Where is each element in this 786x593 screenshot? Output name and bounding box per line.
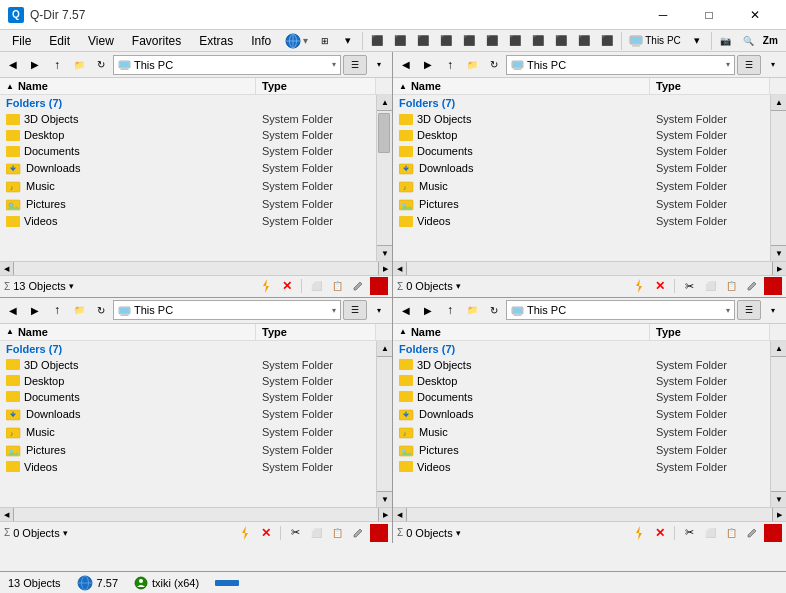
pane2-row-downloads[interactable]: Downloads System Folder xyxy=(393,159,770,177)
pane2-red-btn[interactable] xyxy=(764,277,782,295)
pane2-address-bar[interactable]: This PC ▾ xyxy=(506,55,735,75)
pane4-close-btn[interactable]: ✕ xyxy=(651,524,669,542)
pane4-cut-btn[interactable]: ✂ xyxy=(680,524,698,542)
pane2-scrollbar[interactable]: ▲ ▼ xyxy=(770,95,786,261)
pane3-refresh-button[interactable]: ↻ xyxy=(91,300,111,320)
pane2-col-name-header[interactable]: ▲ Name xyxy=(393,78,650,94)
pane4-hscroll-right[interactable]: ▶ xyxy=(772,508,786,522)
pane1-row-desktop[interactable]: Desktop System Folder xyxy=(0,127,376,143)
pane3-hscroll-left[interactable]: ◀ xyxy=(0,508,14,522)
pane4-row-downloads[interactable]: Downloads System Folder xyxy=(393,405,770,423)
pane4-dropdown-btn[interactable]: ▾ xyxy=(456,528,461,538)
tb-icon7[interactable]: ⬛ xyxy=(504,30,526,52)
pane1-edit-btn[interactable] xyxy=(349,277,367,295)
menu-file[interactable]: File xyxy=(4,32,39,50)
menu-favorites[interactable]: Favorites xyxy=(124,32,189,50)
maximize-button[interactable]: □ xyxy=(686,0,732,30)
pane1-scrollbar[interactable]: ▲ ▼ xyxy=(376,95,392,261)
pane3-copy-btn[interactable]: ⬜ xyxy=(307,524,325,542)
pane2-refresh-button[interactable]: ↻ xyxy=(484,55,504,75)
pane3-col-type-header[interactable]: Type xyxy=(256,324,376,340)
pane1-row-downloads[interactable]: Downloads System Folder xyxy=(0,159,376,177)
pane3-view-btn1[interactable]: ☰ xyxy=(343,300,367,320)
pane2-row-pictures[interactable]: Pictures System Folder xyxy=(393,195,770,213)
pane1-row-documents[interactable]: Documents System Folder xyxy=(0,143,376,159)
pane3-dropdown-btn[interactable]: ▾ xyxy=(63,528,68,538)
pane1-paste-btn[interactable]: 📋 xyxy=(328,277,346,295)
pane4-row-music[interactable]: ♪ Music System Folder xyxy=(393,423,770,441)
pane4-row-desktop[interactable]: Desktop System Folder xyxy=(393,373,770,389)
pane3-row-music[interactable]: ♪ Music System Folder xyxy=(0,423,376,441)
pane3-scroll-up[interactable]: ▲ xyxy=(377,341,392,357)
pane2-copy-btn[interactable]: ⬜ xyxy=(701,277,719,295)
pane3-red-btn[interactable] xyxy=(370,524,388,542)
pane2-row-music[interactable]: ♪ Music System Folder xyxy=(393,177,770,195)
tb-icon9[interactable]: ⬛ xyxy=(550,30,572,52)
pane2-folder-button[interactable]: 📁 xyxy=(462,55,482,75)
tb-cam-icon[interactable]: 📷 xyxy=(715,30,737,52)
pane1-col-name-header[interactable]: ▲ Name xyxy=(0,78,256,94)
pane1-row-pictures[interactable]: Pictures System Folder xyxy=(0,195,376,213)
pane4-folder-button[interactable]: 📁 xyxy=(462,300,482,320)
tb-icon8[interactable]: ⬛ xyxy=(527,30,549,52)
pane4-col-name-header[interactable]: ▲ Name xyxy=(393,324,650,340)
pane3-back-button[interactable]: ◀ xyxy=(3,300,23,320)
menu-extras[interactable]: Extras xyxy=(191,32,241,50)
tb-icon3[interactable]: ⬛ xyxy=(412,30,434,52)
pane3-paste-btn[interactable]: 📋 xyxy=(328,524,346,542)
minimize-button[interactable]: ─ xyxy=(640,0,686,30)
pane4-copy-btn[interactable]: ⬜ xyxy=(701,524,719,542)
tb-icon10[interactable]: ⬛ xyxy=(573,30,595,52)
pane2-lightning-btn[interactable] xyxy=(630,277,648,295)
pane3-edit-btn[interactable] xyxy=(349,524,367,542)
pane4-scrollbar[interactable]: ▲ ▼ xyxy=(770,341,786,508)
pane2-hscroll-right[interactable]: ▶ xyxy=(772,262,786,276)
pane1-row-music[interactable]: ♪ Music System Folder xyxy=(0,177,376,195)
pane4-scroll-down[interactable]: ▼ xyxy=(771,491,786,507)
pane1-hscroll-right[interactable]: ▶ xyxy=(378,262,392,276)
menu-dropdown-arrow[interactable]: ▾ xyxy=(303,35,308,46)
pane4-edit-btn[interactable] xyxy=(743,524,761,542)
pane4-row-documents[interactable]: Documents System Folder xyxy=(393,389,770,405)
close-button[interactable]: ✕ xyxy=(732,0,778,30)
tb-zoom-icon[interactable]: 🔍 xyxy=(738,30,760,52)
pane3-hscroll-right[interactable]: ▶ xyxy=(378,508,392,522)
pane4-address-bar[interactable]: This PC ▾ xyxy=(506,300,735,320)
pane2-cut-btn[interactable]: ✂ xyxy=(680,277,698,295)
pane2-scroll-down[interactable]: ▼ xyxy=(771,245,786,261)
this-pc-dropdown[interactable]: ▾ xyxy=(686,30,708,52)
pane3-lightning-btn[interactable] xyxy=(236,524,254,542)
tb-icon11[interactable]: ⬛ xyxy=(596,30,618,52)
pane1-red-btn[interactable] xyxy=(370,277,388,295)
tb-icon5[interactable]: ⬛ xyxy=(458,30,480,52)
pane4-row-videos[interactable]: Videos System Folder xyxy=(393,459,770,475)
pane3-row-3dobjects[interactable]: 3D Objects System Folder xyxy=(0,357,376,373)
pane4-view-btn1[interactable]: ☰ xyxy=(737,300,761,320)
pane2-row-documents[interactable]: Documents System Folder xyxy=(393,143,770,159)
menu-info[interactable]: Info xyxy=(243,32,279,50)
pane4-row-pictures[interactable]: Pictures System Folder xyxy=(393,441,770,459)
pane1-row-3dobjects[interactable]: 3D Objects System Folder xyxy=(0,111,376,127)
pane3-folder-button[interactable]: 📁 xyxy=(69,300,89,320)
menu-edit[interactable]: Edit xyxy=(41,32,78,50)
pane4-hscroll-left[interactable]: ◀ xyxy=(393,508,407,522)
pane1-hscroll-left[interactable]: ◀ xyxy=(0,262,14,276)
pane3-view-btn2[interactable]: ▾ xyxy=(369,300,389,320)
pane2-row-desktop[interactable]: Desktop System Folder xyxy=(393,127,770,143)
pane1-up-button[interactable]: ↑ xyxy=(47,55,67,75)
tb-icon2[interactable]: ⬛ xyxy=(389,30,411,52)
pane4-row-3dobjects[interactable]: 3D Objects System Folder xyxy=(393,357,770,373)
pane2-close-btn[interactable]: ✕ xyxy=(651,277,669,295)
pane4-view-btn2[interactable]: ▾ xyxy=(763,300,783,320)
pane3-row-pictures[interactable]: Pictures System Folder xyxy=(0,441,376,459)
pane2-col-type-header[interactable]: Type xyxy=(650,78,770,94)
pane4-back-button[interactable]: ◀ xyxy=(396,300,416,320)
pane4-lightning-btn[interactable] xyxy=(630,524,648,542)
pane3-scrollbar[interactable]: ▲ ▼ xyxy=(376,341,392,508)
pane3-col-name-header[interactable]: ▲ Name xyxy=(0,324,256,340)
pane2-forward-button[interactable]: ▶ xyxy=(418,55,438,75)
pane3-forward-button[interactable]: ▶ xyxy=(25,300,45,320)
pane2-row-3dobjects[interactable]: 3D Objects System Folder xyxy=(393,111,770,127)
pane2-hscroll-left[interactable]: ◀ xyxy=(393,262,407,276)
pane2-edit-btn[interactable] xyxy=(743,277,761,295)
